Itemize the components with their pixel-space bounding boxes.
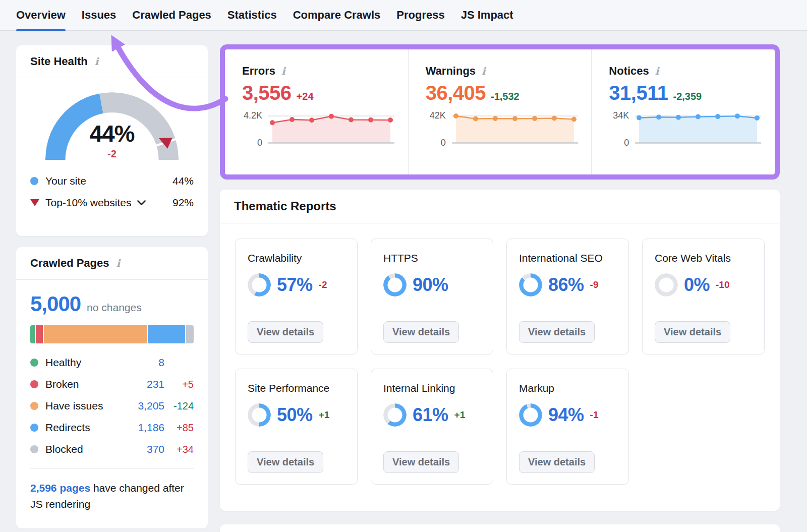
warnings-column: Warnings i 36,405 -1,532 42K 0 bbox=[408, 49, 592, 174]
your-site-dot-icon bbox=[30, 177, 38, 185]
info-icon[interactable]: i bbox=[114, 257, 123, 269]
notices-trend-chart: 34K 0 bbox=[609, 112, 758, 147]
report-card-core-web-vitals: Core Web Vitals 0% -10 View details bbox=[642, 239, 765, 354]
issues-summary-panel: Errors i 3,556 +24 4.2K 0 Warnings i 36,… bbox=[220, 44, 780, 180]
your-site-label: Your site bbox=[45, 175, 86, 187]
view-details-button[interactable]: View details bbox=[655, 321, 730, 343]
site-health-title: Site Health bbox=[30, 55, 88, 68]
benchmark-label: Top-10% websites bbox=[45, 197, 131, 209]
healthy-count-link[interactable]: 8 bbox=[126, 357, 164, 369]
crawled-pages-body: 5,000 no changes Healthy 8 Broken 231 +5… bbox=[16, 280, 208, 512]
info-icon[interactable]: i bbox=[653, 65, 661, 77]
report-card-site-performance: Site Performance 50% +1 View details bbox=[235, 369, 358, 485]
js-rendering-note: 2,596 pages have changed after JS render… bbox=[30, 469, 194, 512]
view-details-button[interactable]: View details bbox=[383, 451, 459, 473]
crawled-pages-total[interactable]: 5,000 bbox=[30, 292, 81, 316]
view-details-button[interactable]: View details bbox=[383, 321, 459, 343]
notices-label: Notices bbox=[609, 65, 649, 78]
site-health-legend: Your site 44% Top-10% websites 92% bbox=[16, 160, 208, 209]
https-donut-icon bbox=[383, 273, 407, 297]
redirects-dot-icon bbox=[30, 424, 38, 432]
legend-row-redirects: Redirects 1,186 +85 bbox=[30, 422, 194, 434]
broken-dot-icon bbox=[30, 380, 38, 388]
crawled-pages-card: Crawled Pages i 5,000 no changes Healthy… bbox=[16, 247, 208, 528]
next-section-card-partial bbox=[220, 524, 780, 532]
crawled-pages-header: Crawled Pages i bbox=[16, 247, 208, 280]
notices-change: -2,359 bbox=[673, 91, 702, 102]
markup-donut-icon bbox=[519, 403, 542, 427]
legend-row-benchmark[interactable]: Top-10% websites 92% bbox=[30, 197, 194, 209]
blocked-dot-icon bbox=[30, 445, 38, 453]
site-health-gauge-area: 44% -2 bbox=[16, 78, 208, 160]
redirects-count-link[interactable]: 1,186 bbox=[126, 422, 164, 434]
warnings-change: -1,532 bbox=[491, 91, 520, 102]
legend-row-blocked: Blocked 370 +34 bbox=[30, 443, 194, 455]
warnings-trend-chart: 42K 0 bbox=[426, 112, 574, 147]
thematic-reports-grid: Crawlability 57% -2 View details HTTPS 9… bbox=[220, 223, 780, 500]
report-card-international-seo: International SEO 86% -9 View details bbox=[506, 239, 629, 354]
tab-bar: Overview Issues Crawled Pages Statistics… bbox=[0, 0, 807, 31]
notices-column: Notices i 31,511 -2,359 34K 0 bbox=[591, 49, 775, 174]
tab-issues[interactable]: Issues bbox=[82, 0, 117, 30]
international-seo-donut-icon bbox=[519, 273, 542, 297]
warnings-count[interactable]: 36,405 bbox=[426, 82, 486, 104]
broken-count-link[interactable]: 231 bbox=[126, 378, 164, 390]
report-card-https: HTTPS 90% View details bbox=[371, 239, 493, 354]
legend-row-your-site: Your site 44% bbox=[30, 175, 194, 187]
warnings-label: Warnings bbox=[426, 65, 476, 78]
site-health-header: Site Health i bbox=[16, 45, 208, 78]
legend-row-healthy: Healthy 8 bbox=[30, 357, 194, 369]
legend-row-have-issues: Have issues 3,205 -124 bbox=[30, 400, 194, 412]
site-performance-donut-icon bbox=[248, 403, 271, 427]
crawlability-donut-icon bbox=[248, 273, 271, 297]
site-health-score: 44% bbox=[45, 120, 179, 147]
tab-statistics[interactable]: Statistics bbox=[227, 0, 277, 30]
view-details-button[interactable]: View details bbox=[248, 321, 323, 343]
benchmark-value: 92% bbox=[172, 197, 194, 209]
report-card-markup: Markup 94% -1 View details bbox=[506, 369, 629, 485]
notices-count[interactable]: 31,511 bbox=[609, 82, 668, 104]
info-icon[interactable]: i bbox=[480, 65, 488, 77]
legend-row-broken: Broken 231 +5 bbox=[30, 378, 194, 390]
report-card-internal-linking: Internal Linking 61% +1 View details bbox=[371, 369, 493, 485]
crawled-pages-total-note: no changes bbox=[87, 302, 142, 314]
info-icon[interactable]: i bbox=[279, 65, 287, 77]
crawled-pages-stacked-bar bbox=[30, 325, 194, 343]
crawled-pages-legend: Healthy 8 Broken 231 +5 Have issues 3,20… bbox=[30, 357, 194, 455]
thematic-reports-title: Thematic Reports bbox=[234, 199, 336, 213]
tab-progress[interactable]: Progress bbox=[396, 0, 444, 30]
site-health-gauge: 44% -2 bbox=[45, 92, 179, 160]
crawled-pages-title: Crawled Pages bbox=[30, 257, 109, 270]
errors-trend-chart: 4.2K 0 bbox=[242, 112, 391, 147]
blocked-count-link[interactable]: 370 bbox=[126, 443, 164, 455]
view-details-button[interactable]: View details bbox=[519, 321, 595, 343]
thematic-reports-card: Thematic Reports Crawlability 57% -2 Vie… bbox=[220, 190, 780, 511]
tab-crawled-pages[interactable]: Crawled Pages bbox=[132, 0, 211, 30]
benchmark-triangle-icon bbox=[30, 199, 39, 206]
tab-overview[interactable]: Overview bbox=[16, 0, 66, 30]
info-icon[interactable]: i bbox=[93, 55, 101, 68]
report-card-crawlability: Crawlability 57% -2 View details bbox=[235, 239, 358, 354]
errors-label: Errors bbox=[242, 65, 275, 78]
internal-linking-donut-icon bbox=[383, 403, 407, 427]
errors-column: Errors i 3,556 +24 4.2K 0 bbox=[225, 49, 408, 174]
tab-compare-crawls[interactable]: Compare Crawls bbox=[293, 0, 381, 30]
have-issues-dot-icon bbox=[30, 402, 38, 410]
have-issues-count-link[interactable]: 3,205 bbox=[126, 400, 164, 412]
errors-count[interactable]: 3,556 bbox=[242, 82, 292, 104]
changed-pages-link[interactable]: 2,596 pages bbox=[30, 482, 90, 494]
site-health-card: Site Health i 44% -2 Your site 44% Top-1… bbox=[16, 45, 208, 236]
chevron-down-icon[interactable] bbox=[137, 200, 146, 206]
your-site-value: 44% bbox=[172, 175, 194, 187]
view-details-button[interactable]: View details bbox=[248, 451, 323, 473]
gauge-center: 44% -2 bbox=[45, 120, 179, 160]
healthy-dot-icon bbox=[30, 359, 38, 367]
errors-change: +24 bbox=[297, 91, 314, 102]
view-details-button[interactable]: View details bbox=[519, 451, 595, 473]
tab-js-impact[interactable]: JS Impact bbox=[461, 0, 513, 30]
site-health-change: -2 bbox=[45, 148, 179, 160]
core-web-vitals-donut-icon bbox=[655, 273, 678, 297]
thematic-reports-header: Thematic Reports bbox=[220, 190, 780, 223]
